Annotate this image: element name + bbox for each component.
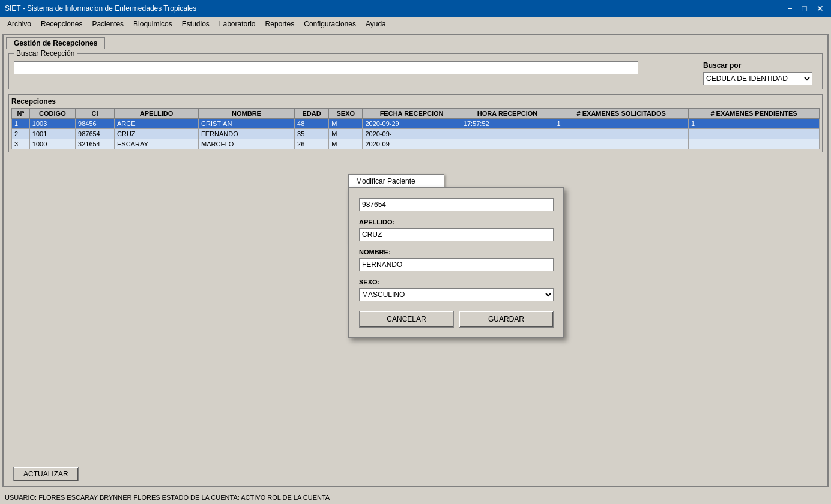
table-cell: 2020-09- (363, 139, 461, 149)
table-cell: ESCARAY (115, 139, 199, 149)
table-cell: CRISTIAN (199, 119, 295, 129)
col-hora: HORA RECEPCION (461, 109, 554, 119)
table-cell: MARCELO (199, 139, 295, 149)
table-cell: 3 (12, 139, 30, 149)
menu-ayuda[interactable]: Ayuda (361, 19, 391, 29)
buscar-por-label: Buscar por (703, 61, 812, 70)
dialog-sexo-select[interactable]: MASCULINO FEMENINO (360, 289, 553, 301)
dialog-save-button[interactable]: GUARDAR (459, 311, 554, 328)
dialog-apellido-field: APELLIDO: (359, 218, 554, 241)
table-cell: 48 (295, 119, 329, 129)
maximize-button[interactable]: □ (800, 4, 809, 13)
menu-bioquimicos[interactable]: Bioquimicos (128, 19, 177, 29)
menu-archivo[interactable]: Archivo (2, 19, 36, 29)
close-button[interactable]: ✕ (814, 4, 826, 13)
table-cell: FERNANDO (199, 129, 295, 139)
tab-header: Gestión de Recepciones (4, 35, 827, 49)
col-examenes-pend: # EXAMENES PENDIENTES (689, 109, 820, 119)
table-cell: M (329, 129, 363, 139)
dialog-buttons: CANCELAR GUARDAR (359, 311, 554, 328)
table-cell (461, 139, 554, 149)
dialog-nombre-input[interactable] (359, 258, 554, 271)
col-examenes-sol: # EXAMENES SOLICITADOS (554, 109, 689, 119)
dialog-apellido-input[interactable] (359, 228, 554, 241)
statusbar: USUARIO: FLORES ESCARAY BRYNNER FLORES E… (0, 490, 831, 504)
table-cell: 98456 (76, 119, 115, 129)
table-cell: 17:57:52 (461, 119, 554, 129)
buscar-por-section: Buscar por CEDULA DE IDENTIDAD CODIGO AP… (703, 61, 812, 85)
col-ci: CI (76, 109, 115, 119)
table-row[interactable]: 21001987654CRUZFERNANDO35M2020-09- (12, 129, 820, 139)
buscar-por-select-wrapper[interactable]: CEDULA DE IDENTIDAD CODIGO APELLIDO NOMB… (703, 72, 812, 85)
menu-reportes[interactable]: Reportes (261, 19, 300, 29)
dialog-ci-field (359, 198, 554, 211)
table-row[interactable]: 31000321654ESCARAYMARCELO26M2020-09- (12, 139, 820, 149)
table-cell: ARCE (115, 119, 199, 129)
table-cell: 2020-09- (363, 129, 461, 139)
table-cell: 35 (295, 129, 329, 139)
dialog-nombre-field: NOMBRE: (359, 248, 554, 271)
table-cell: 1 (12, 119, 30, 129)
tab-content: Buscar Recepción Buscar por CEDULA DE ID… (4, 49, 827, 157)
menu-estudios[interactable]: Estudios (177, 19, 214, 29)
recepciones-section: Recepciones Nº CODIGO CI APELLIDO NOMBRE… (8, 94, 823, 152)
menu-recepciones[interactable]: Recepciones (36, 19, 87, 29)
col-codigo: CODIGO (29, 109, 75, 119)
table-header-row: Nº CODIGO CI APELLIDO NOMBRE EDAD SEXO F… (12, 109, 820, 119)
table-cell: 987654 (76, 129, 115, 139)
buscar-por-dropdown[interactable]: CEDULA DE IDENTIDAD CODIGO APELLIDO NOMB… (704, 73, 812, 85)
modify-patient-dialog: APELLIDO: NOMBRE: SEXO: MASCULINO FEMENI… (348, 187, 564, 338)
main-content: Gestión de Recepciones Buscar Recepción … (0, 31, 831, 490)
titlebar: SIET - Sistema de Informacion de Enferme… (0, 0, 831, 17)
col-nro: Nº (12, 109, 30, 119)
dialog-sexo-label: SEXO: (359, 278, 554, 286)
dialog-apellido-label: APELLIDO: (359, 218, 554, 226)
col-nombre: NOMBRE (199, 109, 295, 119)
table-cell: M (329, 139, 363, 149)
menu-pacientes[interactable]: Pacientes (87, 19, 128, 29)
table-cell: 321654 (76, 139, 115, 149)
dialog-sexo-field: SEXO: MASCULINO FEMENINO (359, 278, 554, 301)
table-cell (554, 129, 689, 139)
col-edad: EDAD (295, 109, 329, 119)
search-input[interactable] (14, 61, 638, 74)
table-cell: CRUZ (115, 129, 199, 139)
table-cell: 2 (12, 129, 30, 139)
ctx-modificar-paciente[interactable]: Modificar Paciente (349, 175, 444, 188)
tab-gestion-recepciones[interactable]: Gestión de Recepciones (6, 37, 105, 49)
actualizar-button[interactable]: ACTUALIZAR (13, 467, 79, 481)
recepciones-label: Recepciones (11, 97, 820, 106)
dialog-cancel-button[interactable]: CANCELAR (359, 311, 454, 328)
table-cell (689, 139, 820, 149)
recepciones-table: Nº CODIGO CI APELLIDO NOMBRE EDAD SEXO F… (11, 108, 820, 149)
table-cell (689, 129, 820, 139)
minimize-button[interactable]: − (785, 4, 794, 13)
dialog-ci-input[interactable] (359, 198, 554, 211)
col-sexo: SEXO (329, 109, 363, 119)
menubar: Archivo Recepciones Pacientes Bioquimico… (0, 17, 831, 31)
table-row[interactable]: 1100398456ARCECRISTIAN48M2020-09-2917:57… (12, 119, 820, 129)
dialog-sexo-wrapper[interactable]: MASCULINO FEMENINO (359, 288, 554, 301)
table-cell: 26 (295, 139, 329, 149)
table-cell: 1 (689, 119, 820, 129)
table-cell: 1 (554, 119, 689, 129)
search-section: Buscar Recepción Buscar por CEDULA DE ID… (8, 53, 823, 89)
titlebar-controls[interactable]: − □ ✕ (785, 4, 826, 13)
table-cell: 1003 (29, 119, 75, 129)
table-cell (461, 129, 554, 139)
search-legend: Buscar Recepción (14, 49, 77, 58)
dialog-nombre-label: NOMBRE: (359, 248, 554, 256)
menu-laboratorio[interactable]: Laboratorio (214, 19, 261, 29)
table-cell: 1000 (29, 139, 75, 149)
titlebar-title: SIET - Sistema de Informacion de Enferme… (5, 4, 196, 13)
col-fecha: FECHA RECEPCION (363, 109, 461, 119)
table-cell: 2020-09-29 (363, 119, 461, 129)
col-apellido: APELLIDO (115, 109, 199, 119)
table-body[interactable]: 1100398456ARCECRISTIAN48M2020-09-2917:57… (12, 119, 820, 149)
menu-configuraciones[interactable]: Configuraciones (299, 19, 361, 29)
statusbar-text: USUARIO: FLORES ESCARAY BRYNNER FLORES E… (5, 494, 330, 501)
table-cell: 1001 (29, 129, 75, 139)
search-row (14, 61, 817, 74)
table-cell (554, 139, 689, 149)
table-cell: M (329, 119, 363, 129)
